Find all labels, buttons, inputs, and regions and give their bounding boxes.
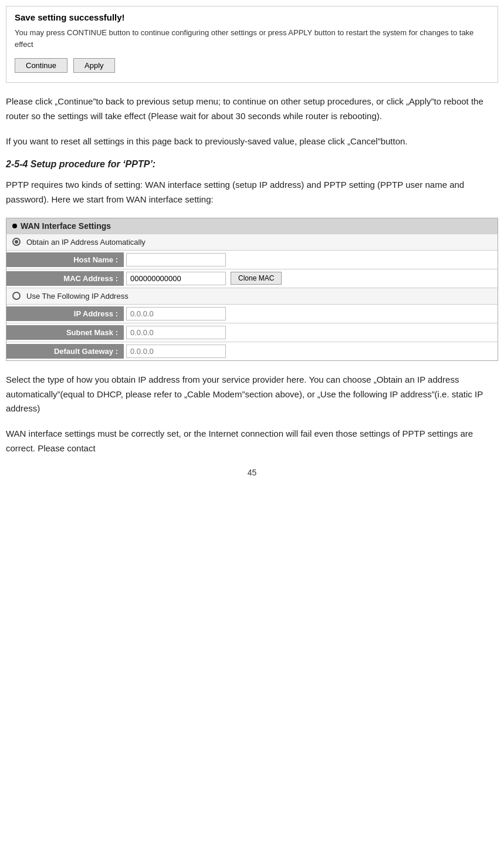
wan-header: WAN Interface Settings bbox=[6, 218, 498, 234]
default-gateway-row: Default Gateway : bbox=[6, 342, 498, 360]
subnet-mask-cell bbox=[124, 323, 498, 342]
ip-address-label: IP Address : bbox=[6, 306, 124, 321]
save-description: You may press CONTINUE button to continu… bbox=[15, 27, 489, 50]
radio-obtain-auto-row[interactable]: Obtain an IP Address Automatically bbox=[6, 234, 498, 250]
host-name-label: Host Name : bbox=[6, 252, 124, 267]
subnet-mask-row: Subnet Mask : bbox=[6, 323, 498, 342]
mac-address-cell: Clone MAC bbox=[124, 269, 498, 288]
radio-obtain-auto-label: Obtain an IP Address Automatically bbox=[26, 238, 146, 247]
paragraph-1: Please click „Continue”to back to previo… bbox=[6, 95, 498, 124]
ip-address-row: IP Address : bbox=[6, 304, 498, 323]
default-gateway-cell bbox=[124, 342, 498, 360]
bullet-icon bbox=[12, 224, 17, 228]
ip-address-input[interactable] bbox=[126, 307, 226, 320]
save-settings-box: Save setting successfully! You may press… bbox=[6, 6, 498, 83]
radio-use-following-ip-row[interactable]: Use The Following IP Address bbox=[6, 288, 498, 304]
content-area: Please click „Continue”to back to previo… bbox=[0, 95, 504, 207]
subnet-mask-input[interactable] bbox=[126, 326, 226, 339]
default-gateway-label: Default Gateway : bbox=[6, 344, 124, 359]
mac-address-row: MAC Address : Clone MAC bbox=[6, 269, 498, 288]
save-title: Save setting successfully! bbox=[15, 12, 489, 22]
host-name-row: Host Name : bbox=[6, 250, 498, 269]
default-gateway-input[interactable] bbox=[126, 345, 226, 358]
section-heading: 2-5-4 Setup procedure for ‘PPTP’: bbox=[6, 159, 498, 170]
subnet-mask-label: Subnet Mask : bbox=[6, 325, 124, 340]
apply-button[interactable]: Apply bbox=[73, 58, 115, 73]
radio-obtain-auto-icon[interactable] bbox=[12, 238, 21, 246]
paragraph-2: If you want to reset all settings in thi… bbox=[6, 134, 498, 149]
host-name-cell bbox=[124, 251, 498, 269]
radio-dot bbox=[15, 240, 18, 244]
mac-address-label: MAC Address : bbox=[6, 271, 124, 286]
wan-interface-settings-box: WAN Interface Settings Obtain an IP Addr… bbox=[6, 218, 498, 361]
radio-use-following-ip-icon[interactable] bbox=[12, 292, 21, 300]
radio-use-following-ip-label: Use The Following IP Address bbox=[26, 292, 128, 301]
mac-address-input[interactable] bbox=[126, 272, 226, 285]
continue-button[interactable]: Continue bbox=[15, 58, 67, 73]
clone-mac-button[interactable]: Clone MAC bbox=[231, 272, 282, 285]
host-name-input[interactable] bbox=[126, 253, 226, 266]
ip-address-cell bbox=[124, 305, 498, 323]
paragraph-5: WAN interface settings must be correctly… bbox=[6, 427, 498, 456]
button-row: Continue Apply bbox=[15, 58, 489, 73]
page-number: 45 bbox=[0, 468, 504, 477]
paragraph-4: Select the type of how you obtain IP add… bbox=[6, 373, 498, 416]
wan-header-label: WAN Interface Settings bbox=[21, 221, 111, 231]
content-area-2: Select the type of how you obtain IP add… bbox=[0, 373, 504, 456]
paragraph-3: PPTP requires two kinds of setting: WAN … bbox=[6, 178, 498, 207]
